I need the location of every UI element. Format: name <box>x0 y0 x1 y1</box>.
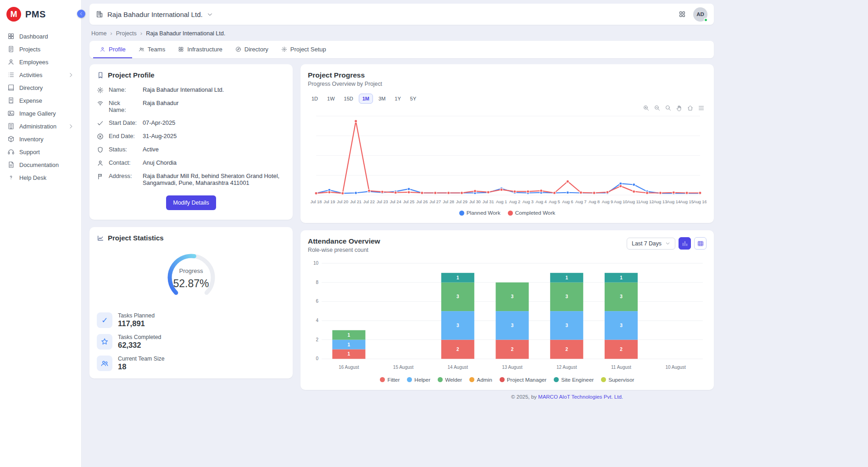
breadcrumb: Home › Projects › Raja Bahadur Internati… <box>89 25 714 41</box>
svg-text:1: 1 <box>456 275 459 280</box>
company-selector[interactable]: Raja Bahadur International Ltd. <box>96 11 213 18</box>
tab-project-setup[interactable]: Project Setup <box>275 41 333 58</box>
chart-line-icon <box>97 234 104 242</box>
legend-label: Planned Work <box>467 210 501 216</box>
date-range-select[interactable]: Last 7 Days <box>627 238 675 250</box>
legend-item[interactable]: Supervisor <box>601 377 634 383</box>
range-15d-button[interactable]: 15D <box>340 94 357 104</box>
pan-button[interactable] <box>676 105 683 111</box>
reset-zoom-button[interactable] <box>687 105 694 111</box>
bar-chart-icon <box>682 240 688 247</box>
home-icon <box>687 105 694 111</box>
sidebar-item-activities[interactable]: Activities <box>0 68 81 81</box>
svg-text:2: 2 <box>620 347 623 352</box>
avatar-initials: AD <box>696 11 704 17</box>
breadcrumb-projects[interactable]: Projects <box>116 30 137 37</box>
sidebar-item-dashboard[interactable]: Dashboard <box>0 30 81 43</box>
sidebar-item-administration[interactable]: Administration <box>0 120 81 133</box>
sidebar-item-projects[interactable]: Projects <box>0 43 81 56</box>
svg-text:Aug 4: Aug 4 <box>536 200 547 204</box>
breadcrumb-current: Raja Bahadur International Ltd. <box>146 30 225 37</box>
gear-icon <box>97 87 104 94</box>
book-icon <box>7 84 15 91</box>
svg-text:13 August: 13 August <box>502 365 523 370</box>
sidebar-item-expense[interactable]: Expense <box>0 94 81 107</box>
legend-item[interactable]: Completed Work <box>508 210 556 216</box>
tab-profile[interactable]: Profile <box>93 41 132 58</box>
tab-infrastructure[interactable]: Infrastructure <box>172 41 229 58</box>
legend-label: Helper <box>414 377 430 383</box>
selection-zoom-button[interactable] <box>665 105 672 111</box>
breadcrumb-home[interactable]: Home <box>91 30 106 37</box>
legend-item[interactable]: Planned Work <box>459 210 501 216</box>
field-label: Name: <box>109 86 139 93</box>
breadcrumb-separator: › <box>140 30 142 37</box>
table-view-button[interactable] <box>694 237 707 250</box>
field-label: Address: <box>109 172 139 179</box>
svg-text:4: 4 <box>316 318 318 323</box>
field-value: Anuj Chordia <box>143 159 285 166</box>
legend-item[interactable]: Admin <box>469 377 492 383</box>
modify-details-button[interactable]: Modify Details <box>166 195 216 210</box>
tab-teams[interactable]: Teams <box>132 41 172 58</box>
legend-label: Welder <box>445 377 462 383</box>
range-1d-button[interactable]: 1D <box>308 94 322 104</box>
range-5y-button[interactable]: 5Y <box>406 94 420 104</box>
range-1y-button[interactable]: 1Y <box>391 94 404 104</box>
sidebar-collapse-button[interactable] <box>77 10 85 18</box>
gear-icon <box>281 46 287 52</box>
progress-gauge: Progress 52.87% <box>145 247 237 306</box>
logo: M PMS <box>0 0 81 29</box>
zoom-out-icon <box>654 105 661 111</box>
svg-text:Jul 18: Jul 18 <box>311 200 322 204</box>
sidebar-item-label: Image Gallery <box>19 110 56 117</box>
legend-dot <box>459 211 464 216</box>
range-3m-button[interactable]: 3M <box>375 94 389 104</box>
apps-grid-button[interactable] <box>679 11 686 18</box>
legend-item[interactable]: Project Manager <box>500 377 547 383</box>
tabbar: Profile Teams Infrastructure Directory P… <box>89 41 714 58</box>
chart-menu-button[interactable] <box>698 105 705 111</box>
zoom-in-button[interactable] <box>643 105 650 111</box>
card-subtitle: Progress Overview by Project <box>308 81 707 87</box>
svg-text:14 August: 14 August <box>448 365 468 370</box>
legend-item[interactable]: Site Engineer <box>554 377 594 383</box>
zoom-out-button[interactable] <box>654 105 661 111</box>
tab-directory[interactable]: Directory <box>229 41 275 58</box>
receipt-icon <box>7 97 15 104</box>
sidebar-item-inventory[interactable]: Inventory <box>0 133 81 145</box>
stat-label: Tasks Planned <box>118 312 155 319</box>
legend-label: Project Manager <box>507 377 547 383</box>
stat-tasks-planned: ✓ Tasks Planned 117,891 <box>97 312 285 328</box>
card-title: Attendance Overview <box>308 237 380 245</box>
range-1m-button[interactable]: 1M <box>359 94 373 104</box>
sidebar-item-label: Help Desk <box>19 174 46 181</box>
range-1w-button[interactable]: 1W <box>323 94 339 104</box>
stat-label: Tasks Completed <box>118 334 161 340</box>
sidebar-item-employees[interactable]: Employees <box>0 56 81 68</box>
svg-text:Jul 19: Jul 19 <box>323 200 335 204</box>
magnifier-icon <box>665 105 672 111</box>
footer-link[interactable]: MARCO AIoT Technologies Pvt. Ltd. <box>538 394 623 400</box>
sidebar-item-help-desk[interactable]: Help Desk <box>0 171 81 184</box>
sidebar-item-support[interactable]: Support <box>0 145 81 158</box>
legend-item[interactable]: Helper <box>407 377 430 383</box>
svg-text:Aug 2: Aug 2 <box>509 200 520 204</box>
legend-item[interactable]: Welder <box>438 377 462 383</box>
grid-icon <box>178 46 184 52</box>
svg-text:Jul 24: Jul 24 <box>390 200 401 204</box>
progress-line-svg[interactable]: Jul 18Jul 19Jul 20Jul 21Jul 22Jul 23Jul … <box>308 110 707 207</box>
sidebar-item-directory[interactable]: Directory <box>0 81 81 94</box>
legend-item[interactable]: Fitter <box>380 377 400 383</box>
project-profile-card: Project Profile Name: Raja Bahadur Inter… <box>89 64 293 220</box>
avatar[interactable]: AD <box>693 7 707 22</box>
field-label: End Date: <box>109 133 139 139</box>
gauge-label: Progress <box>145 267 237 274</box>
svg-text:Jul 29: Jul 29 <box>456 200 467 204</box>
svg-text:Jul 25: Jul 25 <box>403 200 415 204</box>
tab-label: Project Setup <box>290 46 326 53</box>
svg-text:Aug 12: Aug 12 <box>640 200 654 204</box>
sidebar-item-image-gallery[interactable]: Image Gallery <box>0 107 81 120</box>
bar-view-button[interactable] <box>679 237 691 250</box>
sidebar-item-documentation[interactable]: Documentation <box>0 158 81 171</box>
